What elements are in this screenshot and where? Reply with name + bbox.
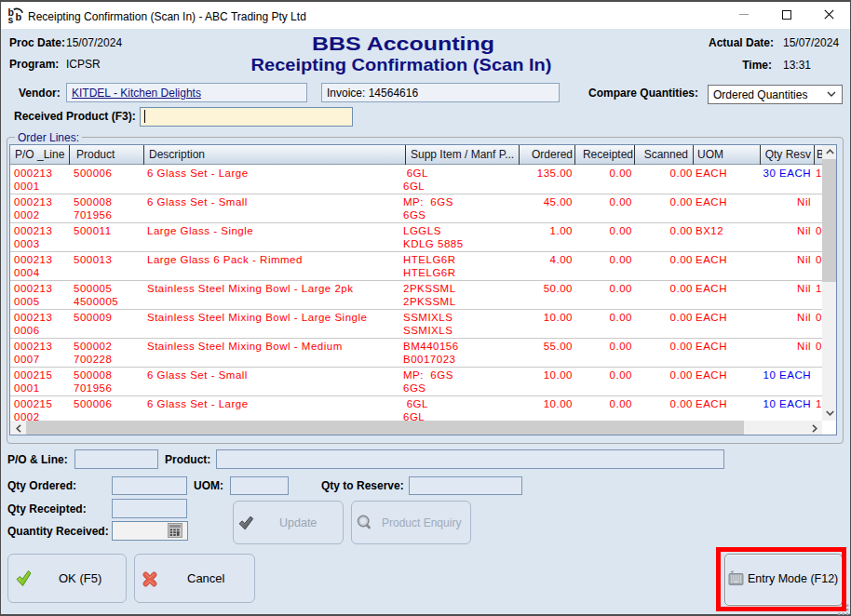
svg-text:s: s [8, 14, 14, 25]
svg-text:b: b [16, 11, 22, 22]
